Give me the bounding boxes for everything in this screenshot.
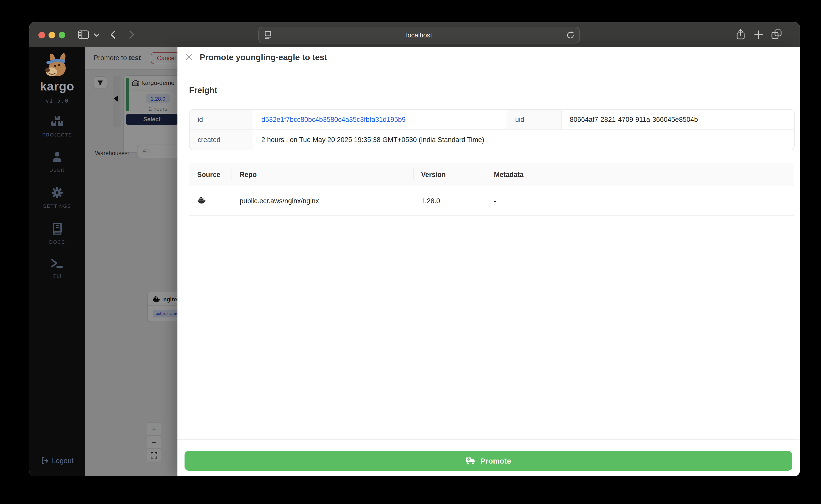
freight-heading: Freight — [189, 85, 217, 95]
modal-title: Promote youngling-eagle to test — [200, 53, 327, 62]
col-version: Version — [413, 171, 486, 178]
gear-icon — [51, 187, 63, 199]
created-label: created — [190, 130, 253, 150]
id-label: id — [190, 110, 253, 130]
col-repo: Repo — [232, 171, 413, 178]
uid-label: uid — [507, 110, 562, 130]
back-icon[interactable] — [110, 30, 116, 39]
brand-wordmark: kargo — [29, 79, 85, 94]
terminal-icon — [51, 258, 63, 268]
promote-button[interactable]: Promote — [185, 451, 792, 471]
freight-descriptions: id d532e1f7bcc80bc4b3580c4a35c3fbfa31d19… — [189, 109, 795, 150]
col-metadata: Metadata — [486, 171, 523, 178]
modal-footer-divider — [177, 439, 800, 440]
new-tab-icon[interactable] — [754, 30, 763, 39]
kargo-sidebar: kargo v1.5.0 PROJECTS USER — [29, 47, 85, 476]
browser-window: localhost — [29, 22, 800, 476]
close-icon[interactable] — [186, 54, 193, 61]
background-page: Promote to test Cancel kargo-d — [85, 47, 177, 476]
logout-button[interactable]: Logout — [29, 456, 85, 465]
created-value: 2 hours , on Tue May 20 2025 19:35:38 GM… — [253, 130, 794, 150]
freight-id-link[interactable]: d532e1f7bcc80bc4b3580c4a35c3fbfa31d195b9 — [253, 110, 507, 130]
col-source: Source — [189, 171, 232, 178]
sources-table-header: Source Repo Version Metadata — [189, 163, 794, 186]
logout-icon — [41, 457, 48, 464]
url-bar[interactable]: localhost — [258, 27, 580, 43]
user-icon — [52, 151, 63, 163]
sidebar-item-user[interactable]: USER — [29, 151, 85, 173]
boxes-icon — [51, 116, 64, 127]
sidebar-item-docs[interactable]: DOCS — [29, 223, 85, 245]
docker-icon — [197, 196, 206, 203]
app-version: v1.5.0 — [29, 98, 85, 104]
reload-icon[interactable] — [566, 31, 575, 39]
traffic-close-button[interactable] — [38, 32, 45, 38]
screenshot-stage: localhost — [0, 0, 821, 504]
forward-icon[interactable] — [129, 30, 134, 39]
row-metadata: - — [486, 197, 496, 204]
browser-toolbar: localhost — [29, 22, 800, 47]
sidebar-item-cli[interactable]: CLI — [29, 258, 85, 279]
share-icon[interactable] — [736, 29, 745, 40]
kargo-logo — [43, 53, 71, 78]
uid-value: 80664af7-2821-4709-911a-366045e8504b — [562, 110, 794, 130]
truck-icon — [466, 457, 476, 465]
sidebar-item-projects[interactable]: PROJECTS — [29, 116, 85, 138]
page-settings-icon — [264, 31, 272, 39]
chevron-down-icon[interactable] — [94, 33, 100, 37]
book-icon — [52, 223, 62, 235]
traffic-zoom-button[interactable] — [59, 32, 65, 38]
promote-modal: Promote youngling-eagle to test Freight … — [177, 47, 800, 476]
sources-table-row: public.ecr.aws/nginx/nginx 1.28.0 - — [189, 186, 794, 216]
row-repo: public.ecr.aws/nginx/nginx — [232, 197, 413, 204]
logout-label: Logout — [52, 456, 74, 465]
sidebar-item-settings[interactable]: SETTINGS — [29, 187, 85, 209]
sidebar-toggle-icon[interactable] — [78, 30, 89, 39]
row-version: 1.28.0 — [413, 197, 486, 204]
modal-header-divider — [177, 76, 800, 76]
traffic-minimize-button[interactable] — [49, 32, 55, 38]
url-text: localhost — [406, 31, 432, 39]
promote-button-label: Promote — [480, 456, 511, 465]
modal-backdrop[interactable] — [85, 47, 177, 476]
pagination: 1 — [734, 225, 800, 242]
tab-overview-icon[interactable] — [771, 29, 782, 39]
